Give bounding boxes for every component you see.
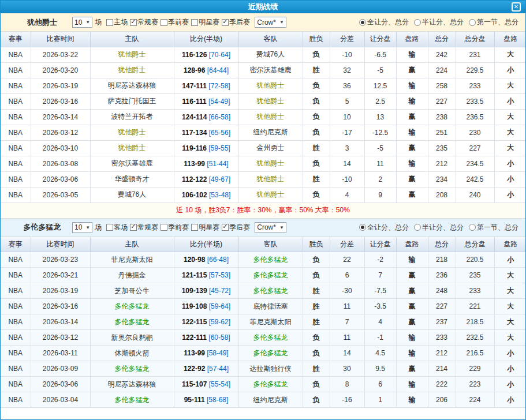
filter-checkbox-明星赛[interactable]: 明星赛 [191,223,219,232]
games-count-value: 10 [74,223,82,231]
filter-radio-半让分、总分[interactable]: 半让分、总分 [414,17,464,27]
close-icon[interactable]: ✕ [512,2,521,12]
diff-cell: 4 [330,187,364,202]
crown-select[interactable]: Crow* ▼ [255,17,286,28]
filter-radio-全让分、总分[interactable]: 全让分、总分 [359,17,409,27]
games-count-select[interactable]: 10 ▼ [72,17,92,28]
score-cell: 124-114 [66-58] [174,109,238,125]
filter-radio-半让分、总分[interactable]: 半让分、总分 [414,223,464,232]
game-row: NBA2026-03-16多伦多猛龙119-108 [59-64]底特律活塞胜1… [1,299,526,314]
total-result-cell: 大 [494,330,526,346]
checkbox-label: 季前赛 [168,223,189,232]
game-row: NBA2026-03-12新奥尔良鹈鹕122-111 [60-58]多伦多猛龙负… [1,330,526,346]
filter-checkbox-常规赛[interactable]: 常规赛 [130,223,158,232]
radio-label: 第一节、总分 [477,223,518,232]
handicap-result-cell: 赢 [396,283,428,299]
jazz-filter-row: 犹他爵士 10 ▼ 场 主场常规赛季前赛明星赛季后赛 Crow* ▼ 全让分、总… [1,13,525,32]
total-result-cell: 大 [494,47,526,62]
score-cell: 109-139 [45-72] [174,283,238,299]
filter-checkbox-季后赛[interactable]: 季后赛 [222,223,250,232]
handicap-cell: -12.5 [364,125,396,140]
filter-checkbox-季前赛[interactable]: 季前赛 [161,223,189,232]
home-cell: 休斯顿火箭 [90,346,174,361]
total-line-cell: 231 [456,47,494,62]
total-result-cell: 小 [494,171,526,187]
diff-cell: 22 [330,252,364,268]
filter-checkbox-常规赛[interactable]: 常规赛 [130,17,158,27]
handicap-cell: 2 [364,171,396,187]
utah-jazz-section: 犹他爵士 10 ▼ 场 主场常规赛季前赛明星赛季后赛 Crow* ▼ 全让分、总… [1,13,525,219]
chevron-down-icon: ▼ [279,20,284,25]
filter-radio-第一节、总分[interactable]: 第一节、总分 [469,223,518,232]
date-cell: 2026-03-20 [31,62,90,78]
away-cell: 密尔沃基雄鹿 [238,62,303,78]
result-cell: 胜 [303,283,330,299]
score-cell: 116-126 [70-64] [174,47,238,62]
total-result-cell: 小 [494,392,526,408]
diff-cell: 36 [330,78,364,93]
column-header: 比赛时间 [31,237,90,252]
away-cell: 多伦多猛龙 [238,252,303,268]
home-cell: 犹他爵士 [90,125,174,140]
date-cell: 2026-03-04 [31,392,90,408]
total-cell: 237 [428,314,456,330]
filter-checkbox-明星赛[interactable]: 明星赛 [191,17,219,27]
score-cell: 119-108 [59-64] [174,299,238,314]
game-row: NBA2026-03-20犹他爵士128-96 [64-44]密尔沃基雄鹿胜32… [1,62,526,78]
date-cell: 2026-03-11 [31,346,90,361]
home-cell: 密尔沃基雄鹿 [90,156,174,171]
column-header: 主队 [90,32,174,47]
crown-select[interactable]: Crow* ▼ [255,222,286,233]
total-result-cell: 小 [494,62,526,78]
score-cell: 122-115 [59-62] [174,314,238,330]
game-row: NBA2026-03-19芝加哥公牛109-139 [45-72]多伦多猛龙胜-… [1,283,526,299]
column-header: 比分(半场) [174,32,238,47]
column-header: 总分 [428,237,456,252]
filter-checkbox-客场[interactable]: 客场 [106,223,128,232]
column-header: 让分盘 [364,32,396,47]
date-cell: 2026-03-12 [31,125,90,140]
handicap-result-cell: 赢 [396,268,428,283]
total-line-cell: 229.5 [456,62,494,78]
diff-cell: -30 [330,283,364,299]
away-cell: 费城76人 [238,47,303,62]
header-row: 赛事比赛时间主队比分(半场)客队胜负分差让分盘盘路总分总分盘盘路 [1,32,526,47]
total-result-cell: 大 [494,109,526,125]
column-header: 比分(半场) [174,237,238,252]
filter-checkbox-季前赛[interactable]: 季前赛 [161,17,189,27]
total-result-cell: 大 [494,78,526,93]
home-cell: 多伦多猛龙 [90,314,174,330]
away-cell: 多伦多猛龙 [238,268,303,283]
filter-checkbox-季后赛[interactable]: 季后赛 [222,17,250,27]
result-cell: 负 [303,392,330,408]
recent-results-popup: 近期战绩 ✕ 犹他爵士 10 ▼ 场 主场常规赛季前赛明星赛季后赛 Crow* … [0,0,526,420]
radio-label: 第一节、总分 [477,17,518,27]
league-cell: NBA [1,330,31,346]
total-line-cell: 221 [456,299,494,314]
checkbox-checked-icon [130,224,137,231]
diff-cell: 5 [330,93,364,109]
total-cell: 218 [428,252,456,268]
header-row: 赛事比赛时间主队比分(半场)客队胜负分差让分盘盘路总分总分盘盘路 [1,237,526,252]
summary-row: 近 10 场，胜3负7：胜率：30%，赢率：50% 大率：50% [1,203,525,219]
checkbox-label: 季后赛 [229,223,250,232]
game-row: NBA2026-03-11休斯顿火箭113-99 [58-49]多伦多猛龙负14… [1,346,526,361]
away-cell: 犹他爵士 [238,187,303,202]
filter-checkbox-主场[interactable]: 主场 [106,17,128,27]
score-cell: 117-134 [65-56] [174,125,238,140]
column-header: 盘路 [396,237,428,252]
checkbox-icon [106,224,113,231]
handicap-result-cell: 赢 [396,361,428,377]
home-cell: 芝加哥公牛 [90,283,174,299]
game-row: NBA2026-03-08密尔沃基雄鹿113-99 [51-44]犹他爵士负14… [1,156,526,171]
games-count-select[interactable]: 10 ▼ [72,222,92,233]
total-cell: 212 [428,156,456,171]
checkbox-label: 主场 [114,17,128,27]
filter-radio-全让分、总分[interactable]: 全让分、总分 [359,223,409,232]
score-cell: 147-111 [72-58] [174,78,238,93]
chevron-down-icon: ▼ [85,20,90,25]
handicap-cell: 7 [364,268,396,283]
total-cell: 214 [428,361,456,377]
filter-radio-第一节、总分[interactable]: 第一节、总分 [469,17,518,27]
checkbox-label: 季前赛 [168,17,189,27]
